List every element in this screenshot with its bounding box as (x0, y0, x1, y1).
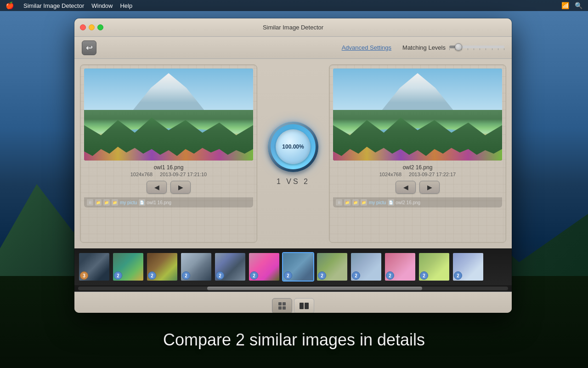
vs-label: 1 VS 2 (277, 178, 310, 186)
bc-filename-left: 📄 owl1 16.png (139, 199, 171, 206)
left-dimensions: 1024x768 (130, 172, 153, 177)
folder-icon: 📁 (112, 199, 118, 206)
bc-filename-right: 📄 owl2 16.png (388, 199, 420, 206)
right-image-preview (333, 69, 502, 161)
thumbnail-10[interactable]: 2 (418, 252, 450, 282)
similarity-indicator: 100.00% (268, 121, 318, 172)
matching-levels-control: Matching Levels (402, 44, 504, 51)
tick (492, 48, 492, 50)
left-nav-arrows: ◀ ▶ (84, 181, 253, 194)
thumbnail-badge-8: 2 (352, 271, 360, 280)
progress-value: 100.00% (282, 144, 304, 150)
left-prev-button[interactable]: ◀ (147, 181, 167, 194)
left-image-preview (84, 69, 253, 161)
comparison-center: 100.00% 1 VS 2 (261, 64, 325, 243)
bc-mypictu-r[interactable]: my pictu (369, 200, 386, 205)
left-date: 2013-09-27 17:21:10 (160, 172, 207, 177)
folder-icon-r: 📁 (344, 199, 351, 206)
bc-folder-1r[interactable]: 📁 (344, 199, 351, 206)
thumbnail-1[interactable]: 2 (112, 252, 144, 282)
back-button[interactable]: ↩ (82, 40, 96, 55)
bc-folder-3r[interactable]: 📁 (361, 199, 367, 206)
traffic-lights (80, 24, 103, 30)
folder-icon-r2: 📁 (352, 199, 359, 206)
help-menu-item[interactable]: Help (120, 2, 132, 9)
folder-icon-r3: 📁 (361, 199, 367, 206)
thumbnail-badge-6: 2 (284, 271, 292, 280)
tick (498, 48, 498, 50)
advanced-settings-link[interactable]: Advanced Settings (342, 44, 391, 51)
svg-rect-1 (283, 302, 286, 305)
tick (474, 48, 474, 50)
right-scene (333, 69, 502, 161)
right-nav-arrows: ◀ ▶ (333, 181, 502, 194)
app-menu-item[interactable]: Similar Image Detector (23, 2, 84, 9)
left-next-button[interactable]: ▶ (170, 181, 191, 194)
thumbnail-11[interactable]: 2 (452, 252, 484, 282)
grid-view-button[interactable] (272, 298, 292, 313)
right-meta: 1024x768 2013-09-27 17:22:17 (379, 172, 456, 177)
bc-monitor-icon: 🖥 (87, 199, 93, 206)
right-filename: owl2 16.png (403, 164, 433, 171)
svg-rect-5 (305, 303, 309, 309)
thumbnail-3[interactable]: 2 (180, 252, 212, 282)
bc-mypictu[interactable]: my pictu (120, 200, 137, 205)
bc-folder-2[interactable]: 📁 (103, 199, 110, 206)
thumbnail-0[interactable]: 3 (78, 252, 110, 282)
right-dimensions: 1024x768 (379, 172, 401, 177)
thumbnail-badge-7: 2 (318, 271, 326, 280)
thumbnail-badge-5: 2 (250, 271, 258, 280)
right-prev-button[interactable]: ◀ (396, 181, 416, 194)
main-content: owl1 16.png 1024x768 2013-09-27 17:21:10… (74, 59, 512, 248)
search-icon[interactable]: 🔍 (575, 2, 582, 9)
right-breadcrumb: 🖥 📁 📁 📁 my pictu 📄 owl2 16.png (333, 197, 502, 207)
bottom-caption: Compare 2 similar images in details (0, 330, 588, 350)
tick (486, 48, 486, 50)
thumbnail-8[interactable]: 2 (350, 252, 382, 282)
file-icon-r: 📄 (388, 199, 394, 206)
matching-slider-container[interactable] (449, 46, 504, 50)
split-view-button[interactable] (294, 298, 314, 313)
thumbnail-badge-10: 2 (420, 271, 428, 280)
bc-folder-2r[interactable]: 📁 (352, 199, 359, 206)
scrollbar-thumb[interactable] (207, 287, 422, 290)
folder-icon: 📁 (103, 199, 110, 206)
right-next-button[interactable]: ▶ (419, 181, 440, 194)
monitor-icon-r: 🖥 (336, 199, 342, 206)
matching-levels-label: Matching Levels (402, 44, 446, 51)
bc-folder-3[interactable]: 📁 (112, 199, 118, 206)
scrollbar-track[interactable] (78, 287, 508, 290)
close-button[interactable] (80, 24, 86, 30)
thumbnail-badge-4: 2 (216, 271, 224, 280)
thumbnail-9[interactable]: 2 (384, 252, 416, 282)
svg-rect-3 (283, 306, 286, 310)
slider-track (449, 46, 504, 48)
left-image-panel: owl1 16.png 1024x768 2013-09-27 17:21:10… (80, 64, 257, 243)
apple-menu[interactable]: 🍎 (6, 1, 14, 10)
thumbnail-badge-9: 2 (386, 271, 394, 280)
thumbnail-badge-11: 2 (454, 271, 462, 280)
left-breadcrumb: 🖥 📁 📁 📁 my pictu 📄 owl1 16.png (84, 197, 253, 207)
bottom-toolbar (74, 292, 512, 313)
thumbnail-5[interactable]: 2 (248, 252, 280, 282)
tick (468, 48, 468, 50)
thumbnail-badge-0: 3 (80, 271, 88, 280)
window-title: Similar Image Detector (263, 24, 323, 31)
window-menu-item[interactable]: Window (91, 2, 113, 9)
maximize-button[interactable] (97, 24, 103, 30)
bc-folder-1[interactable]: 📁 (95, 199, 102, 206)
thumbnail-4[interactable]: 2 (214, 252, 246, 282)
monitor-icon: 🖥 (87, 199, 93, 206)
thumbnail-2[interactable]: 2 (146, 252, 178, 282)
right-image-panel: owl2 16.png 1024x768 2013-09-27 17:22:17… (329, 64, 506, 243)
svg-rect-4 (300, 303, 304, 309)
folder-icon: 📁 (95, 199, 102, 206)
thumbnail-7[interactable]: 2 (316, 252, 348, 282)
minimize-button[interactable] (89, 24, 95, 30)
right-date: 2013-09-27 17:22:17 (409, 172, 456, 177)
left-scene (84, 69, 253, 161)
slider-thumb[interactable] (455, 43, 462, 51)
progress-inner: 100.00% (276, 129, 311, 164)
thumbnail-6[interactable]: 2 (282, 252, 314, 282)
tick (504, 48, 504, 50)
